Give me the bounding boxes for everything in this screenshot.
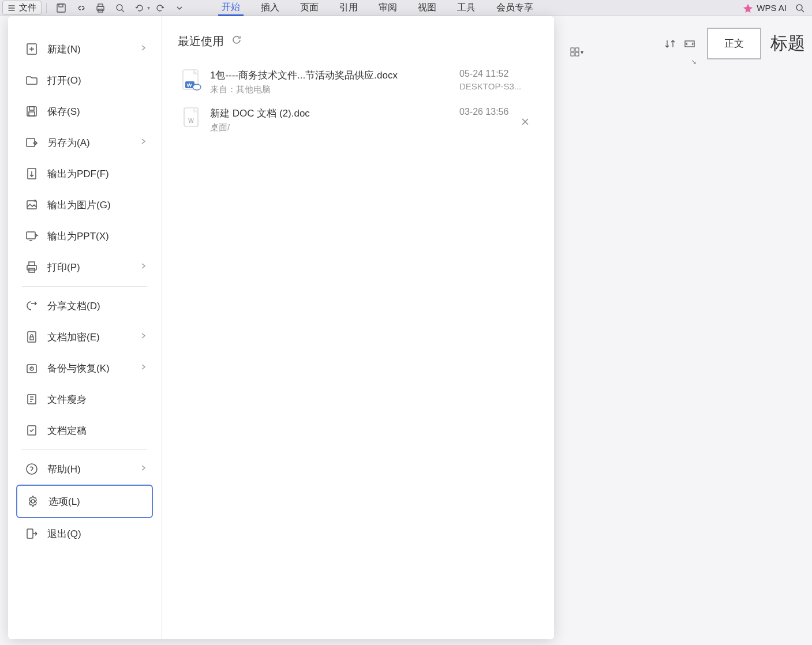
sidebar-label: 文件瘦身	[47, 393, 87, 406]
link-icon[interactable]	[74, 2, 87, 14]
sidebar-item-backup[interactable]: 备份与恢复(K)	[8, 352, 161, 384]
sidebar-item-export-image[interactable]: 输出为图片(G)	[8, 189, 161, 220]
sidebar-label: 输出为PPT(X)	[47, 230, 109, 243]
tab-member[interactable]: 会员专享	[493, 1, 537, 15]
divider	[22, 286, 147, 287]
tab-start[interactable]: 开始	[218, 0, 244, 16]
divider	[46, 3, 47, 13]
more-dropdown-icon[interactable]	[173, 2, 186, 14]
sidebar-label: 文档定稿	[47, 424, 87, 437]
compress-icon	[24, 392, 39, 407]
sidebar-item-new[interactable]: 新建(N)	[8, 33, 161, 65]
svg-rect-24	[30, 337, 33, 340]
chevron-right-icon	[140, 137, 152, 148]
sidebar-item-print[interactable]: 打印(P)	[8, 252, 161, 283]
sidebar-item-save-as[interactable]: 另存为(A)	[8, 127, 161, 158]
tab-page[interactable]: 页面	[297, 1, 322, 15]
export-pdf-icon	[24, 166, 39, 181]
tab-view[interactable]: 视图	[414, 1, 440, 15]
menu-icon	[8, 4, 16, 12]
recent-file-row[interactable]: 1包----商务技术文件...节活动奖品供应.docx 来自：其他电脑 05-2…	[178, 63, 538, 101]
options-icon	[25, 494, 40, 509]
file-date: 05-24 11:52	[459, 69, 534, 79]
svg-point-34	[193, 84, 201, 90]
sort-icon[interactable]	[663, 37, 677, 51]
svg-rect-11	[575, 52, 579, 56]
sidebar-label: 新建(N)	[47, 43, 81, 56]
ai-logo-icon	[743, 3, 753, 13]
sidebar-item-export-ppt[interactable]: 输出为PPT(X)	[8, 220, 161, 252]
sidebar-label: 退出(Q)	[47, 527, 81, 541]
docx-cloud-icon	[181, 70, 202, 91]
chevron-right-icon	[140, 463, 152, 475]
encrypt-icon	[24, 329, 39, 344]
tab-review[interactable]: 审阅	[375, 1, 401, 15]
chevron-right-icon	[140, 261, 152, 273]
export-ppt-icon	[24, 228, 39, 243]
backup-icon	[24, 361, 39, 376]
tab-tools[interactable]: 工具	[454, 1, 479, 15]
file-menu-button[interactable]: 文件	[2, 1, 42, 15]
file-device: DESKTOP-S3...	[459, 81, 534, 91]
sidebar-label: 选项(L)	[48, 495, 80, 508]
exit-icon	[24, 526, 39, 541]
svg-rect-19	[27, 232, 35, 239]
dialog-launcher-icon[interactable]: ↘	[691, 58, 697, 66]
preview-icon[interactable]	[114, 2, 126, 14]
svg-point-5	[117, 5, 122, 10]
sidebar-item-compress[interactable]: 文件瘦身	[8, 384, 161, 415]
close-icon[interactable]	[518, 115, 532, 131]
save-icon[interactable]	[55, 2, 68, 14]
file-info: 1包----商务技术文件...节活动奖品供应.docx 来自：其他电脑	[210, 69, 451, 95]
recent-header: 最近使用	[178, 33, 538, 49]
help-icon	[24, 462, 39, 477]
tab-reference[interactable]: 引用	[336, 1, 361, 15]
chevron-right-icon	[140, 331, 152, 343]
style-heading[interactable]: 标题	[770, 32, 805, 55]
sidebar-label: 备份与恢复(K)	[47, 362, 110, 375]
recent-files-area: 最近使用 1包----商务技术文件...节活动奖品供应.docx 来自：其他电脑…	[162, 16, 554, 639]
sidebar-item-exit[interactable]: 退出(Q)	[8, 518, 161, 549]
sidebar-label: 输出为图片(G)	[47, 198, 111, 212]
export-image-icon	[24, 197, 39, 212]
svg-point-29	[27, 464, 37, 474]
sidebar-item-open[interactable]: 打开(O)	[8, 65, 161, 96]
sidebar-item-encrypt[interactable]: 文档加密(E)	[8, 321, 161, 352]
svg-point-30	[31, 500, 35, 503]
file-name: 1包----商务技术文件...节活动奖品供应.docx	[210, 69, 451, 82]
sidebar-label: 帮助(H)	[47, 463, 81, 476]
doc-icon: W	[181, 108, 202, 129]
sidebar-item-export-pdf[interactable]: 输出为PDF(F)	[8, 158, 161, 189]
chevron-right-icon	[140, 43, 152, 55]
expand-icon[interactable]	[683, 37, 697, 51]
share-icon	[24, 298, 39, 313]
tab-insert[interactable]: 插入	[257, 1, 283, 15]
file-source: 来自：其他电脑	[210, 84, 451, 95]
sidebar-item-finalize[interactable]: 文档定稿	[8, 415, 161, 446]
undo-icon[interactable]	[133, 2, 146, 14]
ribbon-tabs: 开始 插入 页面 引用 审阅 视图 工具 会员专享	[218, 0, 537, 16]
sidebar-item-options[interactable]: 选项(L)	[16, 485, 153, 518]
sidebar-item-save[interactable]: 保存(S)	[8, 96, 161, 127]
style-tools: 正文 标题	[656, 23, 812, 64]
file-label: 文件	[19, 2, 36, 13]
print-icon	[24, 260, 39, 275]
svg-rect-16	[27, 138, 35, 147]
sidebar-item-share[interactable]: 分享文档(D)	[8, 290, 161, 321]
new-doc-icon	[24, 42, 39, 57]
file-meta: 05-24 11:52 DESKTOP-S3...	[459, 69, 534, 91]
search-icon[interactable]	[795, 3, 805, 13]
file-source: 桌面/	[210, 122, 451, 133]
recent-file-row[interactable]: W 新建 DOC 文档 (2).doc 桌面/ 03-26 13:56	[178, 101, 538, 139]
undo-dropdown[interactable]: ▾	[147, 5, 150, 11]
redo-icon[interactable]	[154, 2, 166, 14]
sidebar-label: 输出为PDF(F)	[47, 167, 109, 181]
sidebar-label: 另存为(A)	[47, 136, 90, 149]
sidebar-item-help[interactable]: 帮助(H)	[8, 453, 161, 485]
svg-rect-14	[29, 107, 34, 110]
print-icon[interactable]	[94, 2, 107, 14]
wps-ai-button[interactable]: WPS AI	[743, 3, 810, 13]
refresh-icon[interactable]	[231, 34, 242, 48]
style-normal[interactable]: 正文	[707, 28, 761, 59]
grid-dropdown[interactable]: ▾	[570, 47, 583, 57]
